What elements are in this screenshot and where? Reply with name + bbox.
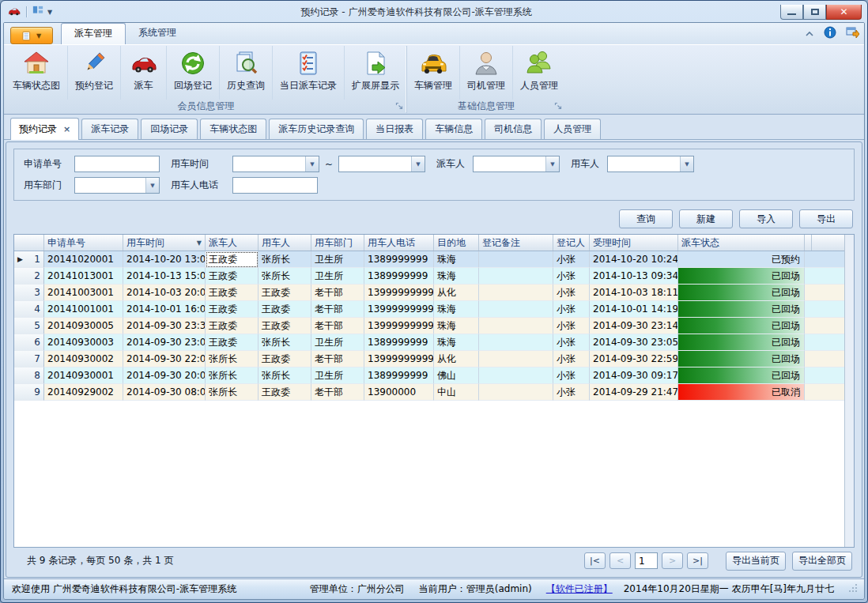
info-icon[interactable] bbox=[824, 26, 836, 41]
table-cell[interactable]: 王政委 bbox=[259, 285, 311, 301]
table-cell[interactable]: 卫生所 bbox=[311, 367, 364, 384]
column-header[interactable]: 登记备注 bbox=[479, 235, 553, 251]
table-cell[interactable]: 小张 bbox=[553, 285, 590, 301]
table-cell[interactable]: 王政委 bbox=[206, 251, 259, 268]
dispatch-status-cell[interactable]: 已回场 bbox=[678, 351, 805, 367]
table-cell[interactable]: 2014-09-30 23:14 bbox=[590, 318, 678, 334]
table-cell[interactable]: 20141020001 bbox=[44, 251, 123, 268]
table-row[interactable]: 4201410010012014-10-01 16:00王政委王政委老干部139… bbox=[14, 301, 844, 318]
table-cell[interactable] bbox=[479, 351, 553, 367]
chevron-down-icon[interactable]: ▼ bbox=[680, 156, 693, 171]
table-cell[interactable]: 2014-09-30 08:00 bbox=[123, 384, 206, 401]
page-first-button[interactable]: |< bbox=[584, 552, 606, 569]
table-cell[interactable]: 20141003001 bbox=[44, 285, 123, 301]
table-cell[interactable]: 小张 bbox=[553, 268, 590, 285]
dispatch-status-cell[interactable]: 已取消 bbox=[678, 384, 805, 401]
dispatch-status-cell[interactable]: 已回场 bbox=[678, 285, 805, 301]
table-cell[interactable]: 2014-09-30 23:30 bbox=[123, 318, 206, 334]
table-cell[interactable]: 13999999999 bbox=[364, 351, 434, 367]
dispatch-status-cell[interactable]: 已回场 bbox=[678, 268, 805, 285]
table-cell[interactable]: 张所长 bbox=[206, 367, 259, 384]
table-cell[interactable] bbox=[479, 301, 553, 318]
ribbon-tab[interactable]: 系统管理 bbox=[126, 23, 189, 44]
column-header[interactable]: 用车人 bbox=[259, 235, 311, 251]
row-header-cell[interactable]: 2 bbox=[14, 268, 44, 285]
table-cell[interactable]: 2014-09-29 21:47 bbox=[590, 384, 678, 401]
title-bar[interactable]: ▼ 预约记录 - 广州爱奇迪软件科技有限公司-派车管理系统 ✕ bbox=[3, 3, 865, 22]
table-cell[interactable]: 从化 bbox=[434, 285, 479, 301]
switch-window-icon[interactable] bbox=[846, 27, 859, 41]
table-cell[interactable]: 2014-09-30 22:59 bbox=[590, 351, 678, 367]
order-no-input[interactable] bbox=[74, 156, 160, 172]
row-header-cell[interactable]: 6 bbox=[14, 334, 44, 351]
table-row[interactable]: 5201409300052014-09-30 23:30王政委王政委老干部139… bbox=[14, 318, 844, 334]
ribbon-button[interactable]: 扩展屏显示 bbox=[344, 46, 406, 100]
dispatcher-select[interactable]: ▼ bbox=[473, 156, 560, 172]
ribbon-button[interactable]: 预约登记 bbox=[67, 46, 120, 100]
table-cell[interactable]: 张所长 bbox=[206, 384, 259, 401]
close-icon[interactable]: × bbox=[63, 124, 70, 134]
table-cell[interactable]: 2014-09-30 23:05 bbox=[590, 334, 678, 351]
resize-grip-icon[interactable] bbox=[848, 583, 858, 595]
document-tab[interactable]: 车辆状态图 bbox=[200, 119, 266, 139]
table-cell[interactable]: 20140930002 bbox=[44, 351, 123, 367]
dept-select[interactable]: ▼ bbox=[74, 177, 160, 194]
column-header[interactable]: 派车状态 bbox=[678, 235, 805, 251]
table-cell[interactable]: 2014-09-30 23:00 bbox=[123, 334, 206, 351]
table-cell[interactable]: 王政委 bbox=[206, 268, 259, 285]
vertical-scrollbar[interactable] bbox=[844, 235, 854, 547]
table-cell[interactable]: 王政委 bbox=[206, 318, 259, 334]
table-cell[interactable] bbox=[479, 268, 553, 285]
table-cell[interactable]: 2014-10-01 16:00 bbox=[123, 301, 206, 318]
table-cell[interactable]: 珠海 bbox=[434, 318, 479, 334]
table-cell[interactable]: 20140929002 bbox=[44, 384, 123, 401]
table-row[interactable]: 6201409300032014-09-30 23:00王政委张所长卫生所138… bbox=[14, 334, 844, 351]
ribbon-button[interactable]: 回场登记 bbox=[166, 46, 219, 100]
table-cell[interactable]: 2014-10-01 14:19 bbox=[590, 301, 678, 318]
table-cell[interactable]: 20141013001 bbox=[44, 268, 123, 285]
import-button[interactable]: 导入 bbox=[739, 209, 793, 228]
document-tab[interactable]: 人员管理 bbox=[544, 119, 601, 139]
table-cell[interactable]: 张所长 bbox=[259, 334, 311, 351]
table-cell[interactable]: 2014-10-03 18:11 bbox=[590, 285, 678, 301]
column-header[interactable]: 受理时间 bbox=[590, 235, 678, 251]
table-cell[interactable]: 小张 bbox=[553, 384, 590, 401]
query-button[interactable]: 查询 bbox=[619, 209, 673, 228]
table-cell[interactable] bbox=[479, 285, 553, 301]
export-all-pages-button[interactable]: 导出全部页 bbox=[792, 552, 852, 571]
table-cell[interactable]: 小张 bbox=[553, 334, 590, 351]
table-cell[interactable]: 1389999999 bbox=[364, 251, 434, 268]
dialog-launcher-icon[interactable] bbox=[554, 102, 563, 111]
dispatch-status-cell[interactable]: 已回场 bbox=[678, 318, 805, 334]
close-button[interactable]: ✕ bbox=[826, 5, 862, 20]
table-row[interactable]: 7201409300022014-09-30 22:00张所长王政委老干部139… bbox=[14, 351, 844, 367]
new-button[interactable]: 新建 bbox=[679, 209, 733, 228]
table-cell[interactable]: 小张 bbox=[553, 251, 590, 268]
table-row[interactable]: 8201409300012014-09-30 20:00张所长张所长卫生所138… bbox=[14, 367, 844, 384]
table-row[interactable]: 9201409290022014-09-30 08:00张所长王政委老干部139… bbox=[14, 384, 844, 401]
window-layout-icon[interactable] bbox=[32, 6, 43, 19]
phone-input[interactable] bbox=[232, 177, 318, 194]
table-cell[interactable]: 王政委 bbox=[259, 301, 311, 318]
table-cell[interactable]: 1389999999 bbox=[364, 334, 434, 351]
ribbon-button[interactable]: 人员管理 bbox=[512, 46, 565, 100]
table-cell[interactable]: 老干部 bbox=[311, 318, 364, 334]
dispatch-status-cell[interactable]: 已回场 bbox=[678, 367, 805, 384]
table-row[interactable]: 2201410130012014-10-13 15:00王政委张所长卫生所138… bbox=[14, 268, 844, 285]
table-cell[interactable]: 2014-09-30 22:00 bbox=[123, 351, 206, 367]
table-cell[interactable]: 小张 bbox=[553, 301, 590, 318]
table-cell[interactable]: 卫生所 bbox=[311, 334, 364, 351]
table-cell[interactable]: 20140930003 bbox=[44, 334, 123, 351]
row-header-cell[interactable]: 9 bbox=[14, 384, 44, 401]
table-cell[interactable]: 老干部 bbox=[311, 384, 364, 401]
document-tab[interactable]: 车辆信息 bbox=[425, 119, 482, 139]
ribbon-button[interactable]: 当日派车记录 bbox=[272, 46, 344, 100]
table-cell[interactable]: 从化 bbox=[434, 351, 479, 367]
table-cell[interactable]: 20140930001 bbox=[44, 367, 123, 384]
chevron-down-icon[interactable]: ▼ bbox=[411, 156, 425, 171]
table-cell[interactable]: 王政委 bbox=[206, 334, 259, 351]
dispatch-status-cell[interactable]: 已回场 bbox=[678, 301, 805, 318]
minimize-button[interactable] bbox=[780, 5, 803, 20]
dialog-launcher-icon[interactable] bbox=[395, 102, 404, 111]
export-current-page-button[interactable]: 导出当前页 bbox=[726, 552, 786, 571]
